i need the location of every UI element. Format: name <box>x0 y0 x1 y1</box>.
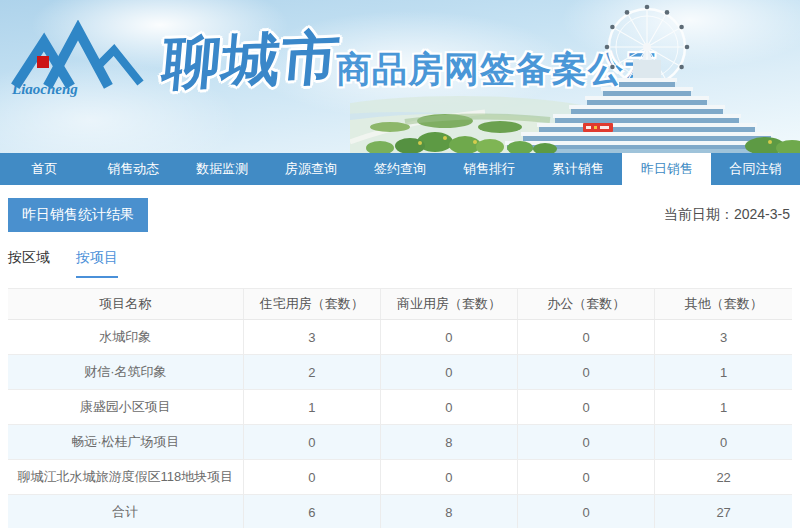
table-row-total: 合计 6 8 0 27 <box>8 495 792 528</box>
nav-item-contract-cancellation[interactable]: 合同注销 <box>711 153 800 185</box>
nav-item-contract-query[interactable]: 签约查询 <box>356 153 445 185</box>
view-tabs: 按区域 按项目 <box>8 249 792 278</box>
current-date-label: 当前日期：2024-3-5 <box>664 206 792 224</box>
column-header-commercial: 商业用房（套数） <box>380 289 517 320</box>
cell-project-name: 水城印象 <box>8 320 243 355</box>
nav-item-listing-query[interactable]: 房源查询 <box>267 153 356 185</box>
cell-value: 0 <box>518 460 655 495</box>
cell-value: 1 <box>655 355 792 390</box>
cell-value: 0 <box>518 495 655 528</box>
table-row: 康盛园小区项目 1 0 0 1 <box>8 390 792 425</box>
cell-value: 8 <box>380 495 517 528</box>
nav-item-sales-ranking[interactable]: 销售排行 <box>444 153 533 185</box>
cell-value: 22 <box>655 460 792 495</box>
tab-by-region[interactable]: 按区域 <box>8 249 50 278</box>
red-sign <box>583 123 613 132</box>
sales-statistics-table: 项目名称 住宅用房（套数） 商业用房（套数） 办公（套数） 其他（套数） 水城印… <box>8 288 792 528</box>
table-row: 水城印象 3 0 0 3 <box>8 320 792 355</box>
section-header: 昨日销售统计结果 当前日期：2024-3-5 <box>8 198 792 232</box>
cell-value: 0 <box>380 460 517 495</box>
column-header-residential: 住宅用房（套数） <box>243 289 380 320</box>
cell-value: 0 <box>243 425 380 460</box>
nav-item-home[interactable]: 首页 <box>0 153 89 185</box>
column-header-other: 其他（套数） <box>655 289 792 320</box>
main-nav: 首页 销售动态 数据监测 房源查询 签约查询 销售排行 累计销售 昨日销售 合同… <box>0 153 800 185</box>
cell-value: 0 <box>518 355 655 390</box>
cell-value: 6 <box>243 495 380 528</box>
banner-city-name: 聊城市 <box>159 19 343 103</box>
liaocheng-logo-icon: Liaocheng <box>10 20 160 98</box>
logo-script-text: Liaocheng <box>11 81 78 97</box>
cell-value: 0 <box>518 320 655 355</box>
cell-project-name: 聊城江北水城旅游度假区118地块项目 <box>8 460 243 495</box>
cell-value: 0 <box>380 320 517 355</box>
table-row: 聊城江北水城旅游度假区118地块项目 0 0 0 22 <box>8 460 792 495</box>
cell-project-name: 畅远·松桂广场项目 <box>8 425 243 460</box>
nav-item-data-monitoring[interactable]: 数据监测 <box>178 153 267 185</box>
nav-item-yesterday-sales[interactable]: 昨日销售 <box>622 153 711 185</box>
cell-value: 8 <box>380 425 517 460</box>
site-banner: Liaocheng 聊城市 商品房网签备案公示 <box>0 0 800 153</box>
cell-value: 27 <box>655 495 792 528</box>
cell-total-label: 合计 <box>8 495 243 528</box>
cell-value: 0 <box>380 355 517 390</box>
table-row: 畅远·松桂广场项目 0 8 0 0 <box>8 425 792 460</box>
nav-item-cumulative-sales[interactable]: 累计销售 <box>533 153 622 185</box>
nav-item-sales-trends[interactable]: 销售动态 <box>89 153 178 185</box>
cell-value: 0 <box>243 460 380 495</box>
cell-value: 2 <box>243 355 380 390</box>
table-row: 财信·名筑印象 2 0 0 1 <box>8 355 792 390</box>
cell-value: 3 <box>243 320 380 355</box>
column-header-project-name: 项目名称 <box>8 289 243 320</box>
tab-by-project[interactable]: 按项目 <box>76 249 118 278</box>
cell-value: 3 <box>655 320 792 355</box>
column-header-office: 办公（套数） <box>518 289 655 320</box>
cell-project-name: 财信·名筑印象 <box>8 355 243 390</box>
banner-scene-illustration <box>350 0 800 153</box>
cell-value: 1 <box>243 390 380 425</box>
page-title: 昨日销售统计结果 <box>8 198 148 232</box>
cell-value: 0 <box>655 425 792 460</box>
page: Liaocheng 聊城市 商品房网签备案公示 <box>0 0 800 528</box>
cell-value: 0 <box>518 390 655 425</box>
cell-value: 0 <box>518 425 655 460</box>
table-header-row: 项目名称 住宅用房（套数） 商业用房（套数） 办公（套数） 其他（套数） <box>8 289 792 320</box>
cell-project-name: 康盛园小区项目 <box>8 390 243 425</box>
cell-value: 1 <box>655 390 792 425</box>
cell-value: 0 <box>380 390 517 425</box>
content-area: 昨日销售统计结果 当前日期：2024-3-5 按区域 按项目 项目名称 住宅用房… <box>0 198 800 528</box>
